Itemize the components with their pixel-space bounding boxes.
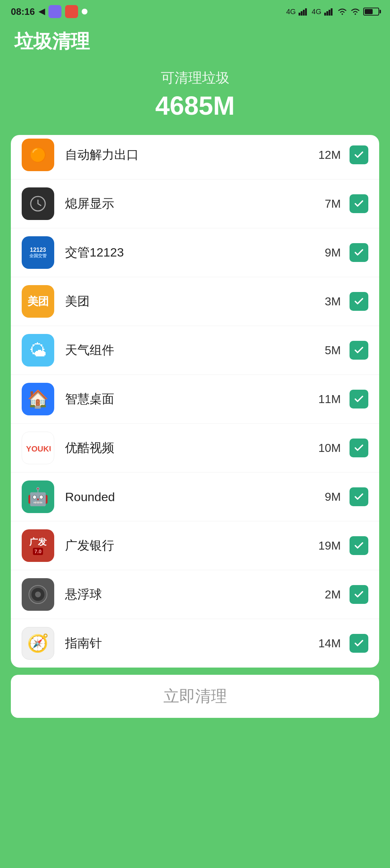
app-icon-2 (65, 5, 78, 18)
app-icon-gfbank: 广发 7.0 (22, 529, 54, 562)
wifi-icon (337, 8, 347, 16)
svg-rect-6 (329, 10, 330, 16)
app-size-float: 2M (312, 588, 341, 601)
app-name-launcher: 智慧桌面 (65, 391, 312, 407)
status-right: 4G 4G (286, 8, 379, 16)
app-name-compass: 指南针 (65, 635, 312, 652)
app-name-float: 悬浮球 (65, 586, 312, 603)
list-item: 🌤 天气组件 5M (11, 326, 379, 375)
bottom-btn-area: 立即清理 (11, 675, 379, 718)
app-icon-rounded: 🤖 (22, 480, 54, 513)
app-icon-float (22, 578, 54, 611)
list-item: 熄屏显示 7M (11, 179, 379, 228)
checkbox-gfbank[interactable] (350, 536, 368, 555)
battery-fill (365, 9, 373, 14)
app-icon-weather: 🌤 (22, 334, 54, 367)
app-icon-meituan: 美团 (22, 285, 54, 318)
app-name-screenoff: 熄屏显示 (65, 195, 312, 212)
list-item: 美团 美团 3M (11, 277, 379, 326)
checkbox-compass[interactable] (350, 634, 368, 653)
app-size-partial: 12M (312, 148, 341, 162)
app-name-meituan: 美团 (65, 293, 312, 310)
signal-bars-1 (299, 8, 309, 16)
svg-rect-7 (331, 8, 333, 16)
signal-4g-1: 4G (286, 8, 296, 16)
app-size-meituan: 3M (312, 295, 341, 308)
svg-rect-5 (326, 11, 328, 16)
svg-rect-4 (324, 13, 326, 16)
app-name-youku: 优酷视频 (65, 440, 312, 456)
app-name-rounded: Rounded (65, 490, 312, 504)
signal-bars-2 (324, 8, 334, 16)
svg-text:YOUKU: YOUKU (26, 444, 51, 453)
page-title: 垃圾清理 (14, 29, 376, 54)
app-size-launcher: 11M (312, 393, 341, 406)
list-item: 🤖 Rounded 9M (11, 473, 379, 521)
app-size-traffic: 9M (312, 246, 341, 259)
svg-rect-0 (299, 13, 300, 16)
app-icon-traffic: 12123 全国交管 (22, 236, 54, 269)
app-item-partial: 🟠 自动解力出口 12M (11, 135, 379, 179)
checkbox-meituan[interactable] (350, 292, 368, 311)
app-list-card: 🟠 自动解力出口 12M 熄屏显示 7M 12123 全国交管 (11, 135, 379, 668)
list-item: YOUKU 优酷视频 10M (11, 424, 379, 473)
app-icon-launcher: 🏠 (22, 383, 54, 415)
checkbox-launcher[interactable] (350, 390, 368, 408)
dot-indicator (82, 9, 87, 14)
checkbox-float[interactable] (350, 585, 368, 604)
app-name-weather: 天气组件 (65, 342, 312, 359)
list-item: 悬浮球 2M (11, 570, 379, 619)
subtitle-area: 可清理垃圾 4685M (0, 58, 390, 124)
app-name-partial: 自动解力出口 (65, 147, 312, 163)
signal-4g-2: 4G (312, 8, 321, 16)
app-name-traffic: 交管12123 (65, 244, 312, 261)
svg-rect-1 (301, 11, 303, 16)
app-size-screenoff: 7M (312, 197, 341, 211)
svg-rect-3 (305, 8, 307, 16)
list-item: 12123 全国交管 交管12123 9M (11, 228, 379, 277)
app-icon-compass: 🧭 (22, 627, 54, 660)
checkbox-screenoff[interactable] (350, 194, 368, 213)
app-size-compass: 14M (312, 637, 341, 650)
checkbox-weather[interactable] (350, 341, 368, 360)
app-icon-screenoff (22, 187, 54, 220)
app-icon-partial: 🟠 (22, 139, 54, 171)
subtitle-text: 可清理垃圾 (0, 69, 390, 87)
wifi-icon-2 (350, 8, 360, 16)
svg-point-12 (35, 592, 41, 597)
checkbox-partial[interactable] (350, 145, 368, 164)
list-item: 🧭 指南针 14M (11, 619, 379, 668)
app-size-rounded: 9M (312, 490, 341, 504)
app-icon-youku: YOUKU (22, 432, 54, 464)
checkbox-rounded[interactable] (350, 487, 368, 506)
list-item: 广发 7.0 广发银行 19M (11, 521, 379, 570)
list-item: 🏠 智慧桌面 11M (11, 375, 379, 424)
location-icon: ◀ (39, 7, 45, 16)
status-bar: 08:16 ◀ 4G 4G (0, 0, 390, 22)
battery-icon (363, 8, 379, 16)
time-display: 08:16 (11, 6, 35, 17)
title-area: 垃圾清理 (0, 22, 390, 58)
app-size-weather: 5M (312, 344, 341, 357)
app-icon-1 (48, 5, 61, 18)
status-left: 08:16 ◀ (11, 5, 87, 18)
app-size-youku: 10M (312, 441, 341, 455)
checkbox-youku[interactable] (350, 439, 368, 457)
total-size: 4685M (0, 91, 390, 120)
clean-button[interactable]: 立即清理 (11, 675, 379, 718)
checkbox-traffic[interactable] (350, 243, 368, 262)
app-size-gfbank: 19M (312, 539, 341, 552)
svg-rect-2 (303, 10, 305, 16)
app-name-gfbank: 广发银行 (65, 537, 312, 554)
